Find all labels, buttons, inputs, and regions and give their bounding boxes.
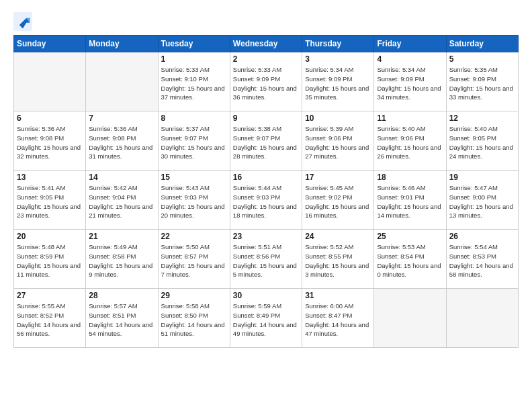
calendar-cell: 17Sunrise: 5:45 AM Sunset: 9:02 PM Dayli…: [302, 171, 374, 230]
day-number: 4: [377, 54, 443, 64]
day-info: Sunrise: 5:36 AM Sunset: 9:08 PM Dayligh…: [89, 124, 154, 161]
day-info: Sunrise: 5:40 AM Sunset: 9:05 PM Dayligh…: [449, 124, 515, 161]
calendar-cell: 7Sunrise: 5:36 AM Sunset: 9:08 PM Daylig…: [86, 111, 158, 171]
calendar-cell: 30Sunrise: 5:59 AM Sunset: 8:49 PM Dayli…: [230, 289, 302, 348]
weekday-header-saturday: Saturday: [446, 36, 518, 52]
day-number: 24: [305, 232, 371, 241]
day-info: Sunrise: 5:41 AM Sunset: 9:05 PM Dayligh…: [17, 183, 83, 220]
weekday-header-friday: Friday: [374, 36, 446, 52]
day-info: Sunrise: 5:51 AM Sunset: 8:56 PM Dayligh…: [233, 242, 299, 279]
weekday-header-tuesday: Tuesday: [158, 36, 230, 52]
calendar-cell: 19Sunrise: 5:47 AM Sunset: 9:00 PM Dayli…: [446, 171, 518, 230]
day-info: Sunrise: 5:35 AM Sunset: 9:09 PM Dayligh…: [449, 65, 515, 102]
day-number: 1: [161, 54, 227, 64]
calendar-cell: 31Sunrise: 6:00 AM Sunset: 8:47 PM Dayli…: [302, 289, 374, 348]
calendar-cell: 27Sunrise: 5:55 AM Sunset: 8:52 PM Dayli…: [14, 289, 86, 348]
day-info: Sunrise: 5:44 AM Sunset: 9:03 PM Dayligh…: [233, 183, 299, 220]
calendar-cell: 6Sunrise: 5:36 AM Sunset: 9:08 PM Daylig…: [14, 111, 86, 171]
calendar-cell: 15Sunrise: 5:43 AM Sunset: 9:03 PM Dayli…: [158, 171, 230, 230]
day-info: Sunrise: 5:37 AM Sunset: 9:07 PM Dayligh…: [161, 124, 227, 161]
calendar-cell: [86, 52, 158, 111]
calendar-cell: 26Sunrise: 5:54 AM Sunset: 8:53 PM Dayli…: [446, 230, 518, 289]
day-number: 3: [305, 54, 371, 64]
day-info: Sunrise: 5:33 AM Sunset: 9:09 PM Dayligh…: [233, 65, 299, 102]
calendar-cell: 21Sunrise: 5:49 AM Sunset: 8:58 PM Dayli…: [86, 230, 158, 289]
weekday-header-row: SundayMondayTuesdayWednesdayThursdayFrid…: [14, 36, 519, 52]
day-info: Sunrise: 5:42 AM Sunset: 9:04 PM Dayligh…: [89, 183, 154, 220]
day-number: 22: [161, 232, 227, 241]
calendar-cell: 4Sunrise: 5:34 AM Sunset: 9:09 PM Daylig…: [374, 52, 446, 111]
day-number: 8: [161, 113, 227, 123]
day-info: Sunrise: 5:36 AM Sunset: 9:08 PM Dayligh…: [17, 124, 83, 161]
calendar-cell: 12Sunrise: 5:40 AM Sunset: 9:05 PM Dayli…: [446, 111, 518, 171]
day-info: Sunrise: 5:48 AM Sunset: 8:59 PM Dayligh…: [17, 242, 83, 279]
day-number: 26: [449, 232, 515, 241]
calendar-cell: 11Sunrise: 5:40 AM Sunset: 9:06 PM Dayli…: [374, 111, 446, 171]
calendar: SundayMondayTuesdayWednesdayThursdayFrid…: [13, 35, 519, 348]
calendar-cell: 8Sunrise: 5:37 AM Sunset: 9:07 PM Daylig…: [158, 111, 230, 171]
day-number: 6: [17, 113, 83, 123]
calendar-cell: 2Sunrise: 5:33 AM Sunset: 9:09 PM Daylig…: [230, 52, 302, 111]
day-info: Sunrise: 5:47 AM Sunset: 9:00 PM Dayligh…: [449, 183, 515, 220]
day-number: 23: [233, 232, 299, 241]
day-info: Sunrise: 5:46 AM Sunset: 9:01 PM Dayligh…: [377, 183, 443, 220]
calendar-cell: 29Sunrise: 5:58 AM Sunset: 8:50 PM Dayli…: [158, 289, 230, 348]
calendar-cell: 20Sunrise: 5:48 AM Sunset: 8:59 PM Dayli…: [14, 230, 86, 289]
day-number: 28: [89, 291, 154, 300]
page: SundayMondayTuesdayWednesdayThursdayFrid…: [0, 0, 532, 411]
logo-icon: [13, 12, 32, 31]
day-info: Sunrise: 5:40 AM Sunset: 9:06 PM Dayligh…: [377, 124, 443, 161]
calendar-cell: 16Sunrise: 5:44 AM Sunset: 9:03 PM Dayli…: [230, 171, 302, 230]
calendar-cell: [14, 52, 86, 111]
day-number: 14: [89, 173, 154, 182]
calendar-cell: 28Sunrise: 5:57 AM Sunset: 8:51 PM Dayli…: [86, 289, 158, 348]
day-info: Sunrise: 5:43 AM Sunset: 9:03 PM Dayligh…: [161, 183, 227, 220]
day-info: Sunrise: 5:55 AM Sunset: 8:52 PM Dayligh…: [17, 302, 83, 338]
day-number: 5: [449, 54, 515, 64]
day-number: 21: [89, 232, 154, 241]
day-number: 2: [233, 54, 299, 64]
day-info: Sunrise: 5:38 AM Sunset: 9:07 PM Dayligh…: [233, 124, 299, 161]
calendar-cell: 9Sunrise: 5:38 AM Sunset: 9:07 PM Daylig…: [230, 111, 302, 171]
weekday-header-wednesday: Wednesday: [230, 36, 302, 52]
day-info: Sunrise: 6:00 AM Sunset: 8:47 PM Dayligh…: [305, 302, 371, 338]
calendar-week-5: 27Sunrise: 5:55 AM Sunset: 8:52 PM Dayli…: [14, 289, 519, 348]
day-number: 7: [89, 113, 154, 123]
day-number: 10: [305, 113, 371, 123]
calendar-week-3: 13Sunrise: 5:41 AM Sunset: 9:05 PM Dayli…: [14, 171, 519, 230]
calendar-cell: 5Sunrise: 5:35 AM Sunset: 9:09 PM Daylig…: [446, 52, 518, 111]
day-number: 9: [233, 113, 299, 123]
day-number: 12: [449, 113, 515, 123]
day-number: 25: [377, 232, 443, 241]
day-info: Sunrise: 5:45 AM Sunset: 9:02 PM Dayligh…: [305, 183, 371, 220]
calendar-cell: 3Sunrise: 5:34 AM Sunset: 9:09 PM Daylig…: [302, 52, 374, 111]
day-info: Sunrise: 5:49 AM Sunset: 8:58 PM Dayligh…: [89, 242, 154, 279]
calendar-week-4: 20Sunrise: 5:48 AM Sunset: 8:59 PM Dayli…: [14, 230, 519, 289]
day-number: 20: [17, 232, 83, 241]
day-number: 15: [161, 173, 227, 182]
day-info: Sunrise: 5:34 AM Sunset: 9:09 PM Dayligh…: [305, 65, 371, 102]
calendar-cell: 10Sunrise: 5:39 AM Sunset: 9:06 PM Dayli…: [302, 111, 374, 171]
day-number: 29: [161, 291, 227, 300]
calendar-cell: [446, 289, 518, 348]
day-info: Sunrise: 5:33 AM Sunset: 9:10 PM Dayligh…: [161, 65, 227, 102]
day-number: 30: [233, 291, 299, 300]
day-number: 13: [17, 173, 83, 182]
calendar-cell: 14Sunrise: 5:42 AM Sunset: 9:04 PM Dayli…: [86, 171, 158, 230]
day-number: 18: [377, 173, 443, 182]
day-info: Sunrise: 5:53 AM Sunset: 8:54 PM Dayligh…: [377, 242, 443, 279]
day-info: Sunrise: 5:54 AM Sunset: 8:53 PM Dayligh…: [449, 242, 515, 279]
header: [13, 12, 519, 31]
day-info: Sunrise: 5:39 AM Sunset: 9:06 PM Dayligh…: [305, 124, 371, 161]
day-number: 16: [233, 173, 299, 182]
day-info: Sunrise: 5:50 AM Sunset: 8:57 PM Dayligh…: [161, 242, 227, 279]
calendar-cell: 13Sunrise: 5:41 AM Sunset: 9:05 PM Dayli…: [14, 171, 86, 230]
day-info: Sunrise: 5:57 AM Sunset: 8:51 PM Dayligh…: [89, 302, 154, 338]
day-number: 19: [449, 173, 515, 182]
calendar-cell: 23Sunrise: 5:51 AM Sunset: 8:56 PM Dayli…: [230, 230, 302, 289]
day-info: Sunrise: 5:52 AM Sunset: 8:55 PM Dayligh…: [305, 242, 371, 279]
day-info: Sunrise: 5:34 AM Sunset: 9:09 PM Dayligh…: [377, 65, 443, 102]
calendar-cell: 22Sunrise: 5:50 AM Sunset: 8:57 PM Dayli…: [158, 230, 230, 289]
day-number: 31: [305, 291, 371, 300]
day-number: 11: [377, 113, 443, 123]
